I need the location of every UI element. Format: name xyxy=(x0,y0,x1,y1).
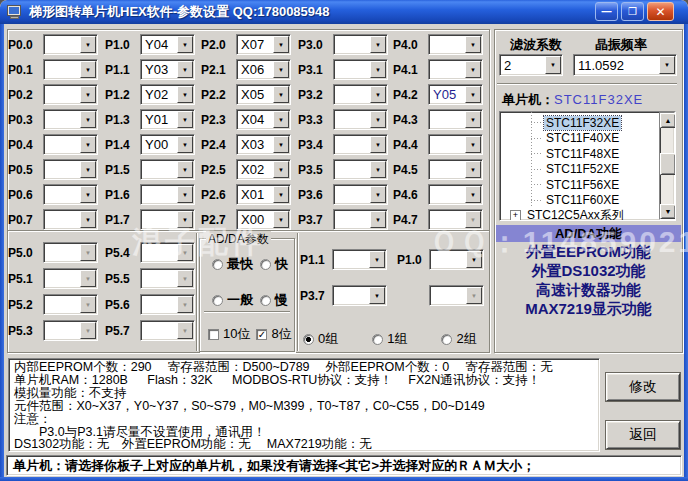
mcu-tree-item[interactable]: + STC11F32XE xyxy=(500,115,658,131)
port-combobox[interactable]: ▼ xyxy=(140,268,195,289)
port-combobox[interactable]: Y03 ▼ xyxy=(140,59,195,80)
port-combobox[interactable]: ▼ xyxy=(428,109,483,130)
chevron-down-icon[interactable]: ▼ xyxy=(659,56,675,74)
title-bar[interactable]: 梯形图转单片机HEX软件-参数设置 QQ:1780085948 — ❐ ✕ xyxy=(0,0,688,24)
port-combobox[interactable]: X04 ▼ xyxy=(236,109,291,130)
port-combobox[interactable]: ▼ xyxy=(333,209,388,230)
mcu-tree-item[interactable]: + STC11F56XE xyxy=(500,177,658,193)
chevron-down-icon[interactable]: ▼ xyxy=(465,186,481,203)
port-combobox[interactable]: ▼ xyxy=(333,34,388,55)
port-combobox[interactable]: ▼ xyxy=(428,34,483,55)
group-radio-option[interactable]: 0组 xyxy=(303,330,338,348)
mcu-tree[interactable]: + STC11F32XE + STC11F40XE + STC11F48XE xyxy=(499,111,676,221)
port-combobox[interactable]: ▼ xyxy=(140,184,195,205)
port-combobox[interactable]: X01 ▼ xyxy=(236,184,291,205)
chevron-down-icon[interactable]: ▼ xyxy=(369,287,385,304)
chevron-down-icon[interactable]: ▼ xyxy=(466,287,482,304)
port-combobox[interactable]: ▼ xyxy=(428,159,483,180)
crystal-combobox[interactable]: 11.0592 ▼ xyxy=(573,54,677,76)
chevron-down-icon[interactable]: ▼ xyxy=(370,36,386,53)
chevron-down-icon[interactable]: ▼ xyxy=(177,61,193,78)
port-combobox[interactable]: X02 ▼ xyxy=(236,159,291,180)
mcu-tree-item[interactable]: + STC11F40XE xyxy=(500,131,658,147)
chevron-down-icon[interactable]: ▼ xyxy=(80,186,96,203)
port-combobox[interactable]: ▼ xyxy=(43,209,98,230)
chevron-down-icon[interactable]: ▼ xyxy=(369,251,385,268)
chevron-down-icon[interactable]: ▼ xyxy=(273,36,289,53)
port-combobox[interactable]: X05 ▼ xyxy=(236,84,291,105)
chevron-down-icon[interactable]: ▼ xyxy=(80,296,96,313)
chevron-down-icon[interactable]: ▼ xyxy=(80,86,96,103)
scrollbar-thumb[interactable] xyxy=(660,153,676,175)
close-button[interactable]: ✕ xyxy=(647,2,674,21)
radio-icon[interactable] xyxy=(372,334,383,345)
mcu-tree-item[interactable]: + STC11F52XE xyxy=(500,162,658,178)
chevron-down-icon[interactable]: ▼ xyxy=(465,136,481,153)
port-combobox[interactable]: ▼ xyxy=(140,242,195,263)
comm-combobox[interactable]: ▼ xyxy=(332,285,387,306)
port-combobox[interactable]: ▼ xyxy=(333,159,388,180)
checkbox-icon[interactable] xyxy=(256,329,267,340)
chevron-down-icon[interactable]: ▼ xyxy=(465,61,481,78)
chevron-down-icon[interactable]: ▼ xyxy=(177,322,193,339)
port-combobox[interactable]: ▼ xyxy=(43,84,98,105)
chevron-down-icon[interactable]: ▼ xyxy=(273,136,289,153)
function-item[interactable]: 高速计数器功能 xyxy=(496,280,681,299)
port-combobox[interactable]: X07 ▼ xyxy=(236,34,291,55)
expand-plus-icon[interactable]: + xyxy=(510,210,521,221)
chevron-down-icon[interactable]: ▼ xyxy=(273,111,289,128)
port-combobox[interactable]: ▼ xyxy=(333,109,388,130)
tree-scrollbar[interactable]: ▲ ▼ xyxy=(659,112,675,220)
bit-checkbox-option[interactable]: 8位 xyxy=(256,325,291,343)
chevron-down-icon[interactable]: ▼ xyxy=(80,36,96,53)
group-radio-option[interactable]: 2组 xyxy=(441,330,476,348)
radio-icon[interactable] xyxy=(260,295,271,306)
chevron-down-icon[interactable]: ▼ xyxy=(370,211,386,228)
chevron-down-icon[interactable]: ▼ xyxy=(177,136,193,153)
port-combobox[interactable]: ▼ xyxy=(428,209,483,230)
function-item[interactable]: 外置DS1032功能 xyxy=(496,261,681,280)
chevron-down-icon[interactable]: ▼ xyxy=(177,211,193,228)
port-combobox[interactable]: ▼ xyxy=(333,184,388,205)
chevron-down-icon[interactable]: ▼ xyxy=(273,86,289,103)
port-combobox[interactable]: ▼ xyxy=(140,159,195,180)
port-combobox[interactable]: Y01 ▼ xyxy=(140,109,195,130)
group-radio-option[interactable]: 1组 xyxy=(372,330,407,348)
chevron-down-icon[interactable]: ▼ xyxy=(177,270,193,287)
radio-icon[interactable] xyxy=(441,334,452,345)
port-combobox[interactable]: ▼ xyxy=(43,134,98,155)
port-combobox[interactable]: Y04 ▼ xyxy=(140,34,195,55)
mcu-tree-item[interactable]: + STC12C5Axx系列 xyxy=(500,208,658,221)
chevron-down-icon[interactable]: ▼ xyxy=(465,111,481,128)
scroll-up-icon[interactable]: ▲ xyxy=(660,113,676,128)
port-combobox[interactable]: Y05 ▼ xyxy=(428,84,483,105)
chevron-down-icon[interactable]: ▼ xyxy=(80,111,96,128)
chevron-down-icon[interactable]: ▼ xyxy=(545,56,561,74)
radio-icon[interactable] xyxy=(212,259,223,270)
back-button[interactable]: 返回 xyxy=(606,421,680,449)
checkbox-icon[interactable] xyxy=(208,329,219,340)
chevron-down-icon[interactable]: ▼ xyxy=(465,36,481,53)
chevron-down-icon[interactable]: ▼ xyxy=(80,161,96,178)
chevron-down-icon[interactable]: ▼ xyxy=(273,61,289,78)
speed-radio-option[interactable]: 快 xyxy=(260,255,298,273)
modify-button[interactable]: 修改 xyxy=(606,373,680,401)
chevron-down-icon[interactable]: ▼ xyxy=(465,211,481,228)
radio-icon[interactable] xyxy=(212,295,223,306)
port-combobox[interactable]: ▼ xyxy=(140,209,195,230)
speed-radio-option[interactable]: 最快 xyxy=(212,255,260,273)
port-combobox[interactable]: ▼ xyxy=(43,159,98,180)
radio-icon[interactable] xyxy=(303,334,314,345)
chevron-down-icon[interactable]: ▼ xyxy=(273,161,289,178)
chevron-down-icon[interactable]: ▼ xyxy=(370,61,386,78)
speed-radio-option[interactable]: 一般 xyxy=(212,291,260,309)
comm-combobox[interactable]: ▼ xyxy=(429,249,484,270)
mcu-tree-item[interactable]: + STC11F60XE xyxy=(500,193,658,209)
chevron-down-icon[interactable]: ▼ xyxy=(177,111,193,128)
chevron-down-icon[interactable]: ▼ xyxy=(370,136,386,153)
chevron-down-icon[interactable]: ▼ xyxy=(273,186,289,203)
port-combobox[interactable]: ▼ xyxy=(140,320,195,341)
radio-icon[interactable] xyxy=(260,259,271,270)
bit-checkbox-option[interactable]: 10位 xyxy=(208,325,250,343)
port-combobox[interactable]: ▼ xyxy=(43,109,98,130)
